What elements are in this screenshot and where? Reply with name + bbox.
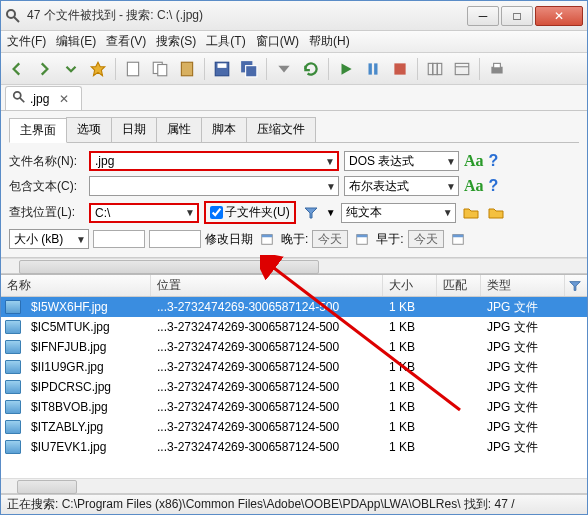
menu-window[interactable]: 窗口(W) [256, 33, 299, 50]
svg-rect-11 [374, 63, 377, 74]
text-mode-select[interactable]: 纯文本▼ [341, 203, 456, 223]
svg-rect-7 [218, 63, 227, 68]
table-row[interactable]: $IPDCRSC.jpg...3-2732474269-3006587124-5… [1, 377, 587, 397]
status-bar: 正在搜索: C:\Program Files (x86)\Common File… [1, 494, 587, 514]
tab-close-icon[interactable]: ✕ [59, 92, 69, 106]
folder-icon[interactable] [486, 203, 506, 223]
menu-view[interactable]: 查看(V) [106, 33, 146, 50]
menu-file[interactable]: 文件(F) [7, 33, 46, 50]
filename-input[interactable]: .jpg▼ [89, 151, 339, 171]
tab-strip: .jpg ✕ [1, 85, 587, 111]
list-scrollbar[interactable] [1, 478, 587, 494]
svg-rect-12 [394, 63, 405, 74]
favorite-button[interactable] [86, 57, 110, 81]
status-text: 正在搜索: C:\Program Files (x86)\Common File… [7, 496, 514, 513]
col-type[interactable]: 类型 [481, 275, 565, 296]
svg-rect-16 [455, 63, 469, 74]
subtab-main[interactable]: 主界面 [9, 118, 67, 143]
subtab-options[interactable]: 选项 [66, 117, 112, 142]
menu-edit[interactable]: 编辑(E) [56, 33, 96, 50]
later-date-input[interactable]: 今天 [312, 230, 348, 248]
subtab-zip[interactable]: 压缩文件 [246, 117, 316, 142]
copy-button[interactable] [148, 57, 172, 81]
window-title: 47 个文件被找到 - 搜索: C:\ (.jpg) [27, 7, 465, 24]
filename-mode-select[interactable]: DOS 表达式▼ [344, 151, 459, 171]
forward-button[interactable] [32, 57, 56, 81]
table-row[interactable]: $IC5MTUK.jpg...3-2732474269-3006587124-5… [1, 317, 587, 337]
pause-button[interactable] [361, 57, 385, 81]
file-icon [5, 320, 21, 334]
svg-rect-2 [127, 62, 138, 76]
contains-input[interactable]: ▼ [89, 176, 339, 196]
earlier-label: 早于: [376, 231, 403, 248]
play-button[interactable] [334, 57, 358, 81]
print-button[interactable] [485, 57, 509, 81]
calendar-icon-2[interactable] [352, 229, 372, 249]
back-button[interactable] [5, 57, 29, 81]
column-filter-icon[interactable] [565, 276, 585, 296]
view-button[interactable] [450, 57, 474, 81]
pane-scrollbar[interactable] [1, 258, 587, 274]
table-row[interactable]: $IT8BVOB.jpg...3-2732474269-3006587124-5… [1, 397, 587, 417]
svg-line-1 [14, 17, 19, 22]
lookin-input[interactable]: C:\▼ [89, 203, 199, 223]
size-min-input[interactable] [93, 230, 145, 248]
file-icon [5, 300, 21, 314]
filter-icon[interactable] [301, 203, 321, 223]
subtab-date[interactable]: 日期 [111, 117, 157, 142]
file-icon [5, 440, 21, 454]
contains-label: 包含文本(C): [9, 178, 84, 195]
table-row[interactable]: $IU7EVK1.jpg...3-2732474269-3006587124-5… [1, 437, 587, 457]
minimize-button[interactable]: ─ [467, 6, 499, 26]
col-location[interactable]: 位置 [151, 275, 383, 296]
search-pane: 主界面 选项 日期 属性 脚本 压缩文件 文件名称(N): .jpg▼ DOS … [1, 111, 587, 258]
table-row[interactable]: $IFNFJUB.jpg...3-2732474269-3006587124-5… [1, 337, 587, 357]
save-button[interactable] [210, 57, 234, 81]
new-button[interactable] [121, 57, 145, 81]
subfolders-checkbox[interactable]: 子文件夹(U) [204, 201, 296, 224]
app-icon [5, 8, 21, 24]
table-row[interactable]: $II1U9GR.jpg...3-2732474269-3006587124-5… [1, 357, 587, 377]
col-size[interactable]: 大小 [383, 275, 437, 296]
table-row[interactable]: $ITZABLY.jpg...3-2732474269-3006587124-5… [1, 417, 587, 437]
calendar-icon-3[interactable] [448, 229, 468, 249]
file-icon [5, 340, 21, 354]
recent-button[interactable] [59, 57, 83, 81]
search-tab[interactable]: .jpg ✕ [5, 86, 82, 110]
maximize-button[interactable]: □ [501, 6, 533, 26]
titlebar: 47 个文件被找到 - 搜索: C:\ (.jpg) ─ □ ✕ [1, 1, 587, 31]
menu-help[interactable]: 帮助(H) [309, 33, 350, 50]
earlier-date-input[interactable]: 今天 [408, 230, 444, 248]
contains-mode-select[interactable]: 布尔表达式▼ [344, 176, 459, 196]
case-toggle-2[interactable]: Aa [464, 177, 484, 195]
toggle-pane-button[interactable] [272, 57, 296, 81]
refresh-button[interactable] [299, 57, 323, 81]
paste-button[interactable] [175, 57, 199, 81]
menu-search[interactable]: 搜索(S) [156, 33, 196, 50]
size-max-input[interactable] [149, 230, 201, 248]
close-button[interactable]: ✕ [535, 6, 583, 26]
subtab-attr[interactable]: 属性 [156, 117, 202, 142]
save-all-button[interactable] [237, 57, 261, 81]
stop-button[interactable] [388, 57, 412, 81]
calendar-icon[interactable] [257, 229, 277, 249]
case-toggle[interactable]: Aa [464, 152, 484, 170]
subtab-script[interactable]: 脚本 [201, 117, 247, 142]
columns-button[interactable] [423, 57, 447, 81]
results-list: $I5WX6HF.jpg...3-2732474269-3006587124-5… [1, 297, 587, 478]
col-match[interactable]: 匹配 [437, 275, 481, 296]
later-label: 晚于: [281, 231, 308, 248]
filename-help-icon[interactable]: ? [489, 152, 499, 170]
folder-open-icon[interactable] [461, 203, 481, 223]
svg-rect-23 [262, 235, 273, 238]
contains-help-icon[interactable]: ? [489, 177, 499, 195]
svg-point-20 [14, 92, 21, 99]
menubar: 文件(F) 编辑(E) 查看(V) 搜索(S) 工具(T) 窗口(W) 帮助(H… [1, 31, 587, 53]
table-row[interactable]: $I5WX6HF.jpg...3-2732474269-3006587124-5… [1, 297, 587, 317]
col-name[interactable]: 名称 [1, 275, 151, 296]
svg-rect-9 [246, 65, 257, 76]
size-select[interactable]: 大小 (kB)▼ [9, 229, 89, 249]
tab-label: .jpg [30, 92, 49, 106]
menu-tools[interactable]: 工具(T) [206, 33, 245, 50]
chevron-down-icon[interactable]: ▼ [326, 207, 336, 218]
